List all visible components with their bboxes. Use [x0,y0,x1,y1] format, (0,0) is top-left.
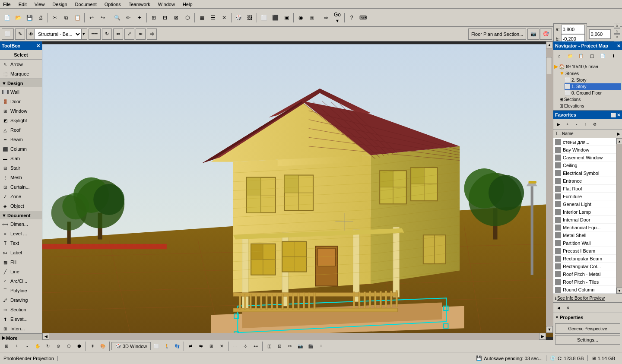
nav2-btn[interactable]: ◎ [307,13,317,23]
fav-scrollbar[interactable]: ▲ ▼ [616,138,622,294]
bt-photo-btn[interactable]: 📷 [295,342,305,351]
settings-button[interactable]: Settings... [555,335,620,345]
tool-marquee[interactable]: ⬚ Marquee [0,69,42,79]
bt-snap-btn[interactable]: ⋯ [230,342,240,351]
nav-layouts-btn[interactable]: 📄 [597,51,608,61]
more-section[interactable]: ▶ More [0,333,42,340]
elevations-item[interactable]: ⊞ Elevations [559,103,621,109]
tool-skylight[interactable]: ◩ Skylight [0,116,42,125]
tool-section[interactable]: ⊸ Section [0,305,42,314]
view3-btn[interactable]: ✕ [219,13,229,23]
print-btn[interactable]: 🖨 [35,13,46,23]
bt-arr-btn[interactable]: ⊞ [206,342,216,351]
menu-view[interactable]: View [33,2,46,7]
cut-btn[interactable]: ✂ [50,13,60,23]
fav-update-btn[interactable]: ↑ [581,120,590,129]
nav-close-icon[interactable]: ✕ [617,44,620,48]
c-input[interactable] [589,29,611,39]
props-back-btn[interactable]: ◀ [554,304,563,312]
bt-perspective-btn[interactable]: ⬡ [64,342,73,351]
menu-window[interactable]: Window [157,2,176,7]
fav-item-19[interactable]: Round Column [553,286,616,294]
bt-sun-btn[interactable]: ☀ [88,342,97,351]
tool-curtain[interactable]: ⊡ Curtain... [0,182,42,192]
magic-btn[interactable]: ✦ [134,13,145,23]
viewport-scrollbar-v[interactable]: ▲ ▼ [546,41,553,333]
tool-text[interactable]: T Text [0,238,42,248]
scroll-down-btn[interactable]: ▼ [546,326,553,333]
bt-orbit-btn[interactable]: ⊙ [54,342,63,351]
tool-elevation[interactable]: ⬆ Elevat... [0,314,42,324]
align-btn[interactable]: ⊟ [160,13,170,23]
bt-pan-btn[interactable]: ✋ [33,342,42,351]
render-btn[interactable]: 🖼 [244,13,255,23]
menu-design[interactable]: Design [51,2,68,7]
menu-options[interactable]: Options [103,2,122,7]
calc-btn[interactable]: ⌨ [358,13,368,23]
fav-item-7[interactable]: Furniture [553,193,616,200]
sections-item[interactable]: ⊞ Sections [559,96,621,103]
tool-mesh[interactable]: ⋮ Mesh [0,173,42,182]
story-2-item[interactable]: ⬜ 2. Story [565,77,621,83]
scroll-right-btn[interactable]: ▶ [539,333,546,340]
group-btn[interactable]: ⬡ [182,13,193,23]
nav-back-btn[interactable]: ⌂ [614,28,620,34]
rotate-btn[interactable]: ↻ [102,28,112,40]
document-section[interactable]: ▼ Document [0,211,42,219]
bt-add-btn[interactable]: + [316,342,326,351]
fav-item-18[interactable]: Roof Pitch - Tiles [553,278,616,286]
tool-beam[interactable]: ━ Beam [0,135,42,144]
fav-item-15[interactable]: Rectangular Beam [553,255,616,263]
tool-fill[interactable]: ▩ Fill [0,257,42,267]
tool-zone[interactable]: Z Zone [0,192,42,201]
go-btn[interactable]: Go ▾ [332,13,343,23]
move-btn[interactable]: ⇉ [147,28,157,40]
flip-btn[interactable]: ⇔ [113,28,123,40]
menu-edit[interactable]: Edit [17,2,28,7]
fav-close-icon[interactable]: ✕ [617,113,620,117]
fav-item-5[interactable]: Entrance [553,177,616,185]
bt-section2-btn[interactable]: ⊡ [275,342,284,351]
nav-publish-btn[interactable]: ⬆ [608,51,619,61]
floor-plan-section-btn[interactable]: Floor Plan and Section... [468,28,526,40]
bt-del-btn[interactable]: ✕ [217,342,226,351]
story-1-item[interactable]: ⬜ 1. Story [565,83,621,90]
fav-scroll-down-btn[interactable]: ▼ [616,288,622,294]
menu-teamwork[interactable]: Teamwork [127,2,152,7]
distribute-btn[interactable]: ⊠ [171,13,181,23]
fav-item-1[interactable]: Bay Window [553,146,616,154]
nav-home-btn[interactable]: ⌂ [614,23,620,28]
view1-btn[interactable]: ▦ [197,13,207,23]
fav-new-btn[interactable]: + [563,120,572,129]
tool-polyline[interactable]: ⌒ Polyline [0,286,42,295]
tool-dimension[interactable]: ⟺ Dimen... [0,219,42,229]
dropdown-arrow[interactable]: ▾ [83,31,85,37]
3d-window-btn[interactable]: 🎲 3D Window [111,342,151,350]
copy-btn[interactable]: ⧉ [61,13,71,23]
nav-map-btn[interactable]: 📋 [576,51,586,61]
bt-mirror-btn[interactable]: ⇋ [196,342,206,351]
walk-btn[interactable]: ⇨ [321,13,331,23]
bt-move2-btn[interactable]: ⇄ [186,342,195,351]
fav-item-10[interactable]: Internal Door [553,216,616,224]
tool-arrow[interactable]: ↖ Arrow [0,60,42,69]
line-type-btn[interactable]: ━━ [89,28,101,40]
scroll-up-btn[interactable]: ▲ [546,41,553,48]
fav-delete-btn[interactable]: - [572,120,581,129]
undo-btn[interactable]: ↩ [86,13,97,23]
fav-item-12[interactable]: Metal Shell [553,231,616,239]
tool-label[interactable]: 🏷 Label [0,248,42,257]
tool-slab[interactable]: ▬ Slab [0,154,42,163]
bt-walk-btn[interactable]: 🚶 [162,342,171,351]
bt-clip-btn[interactable]: ✂ [285,342,295,351]
fav-item-3[interactable]: Ceiling [553,161,616,169]
transform-btn[interactable]: ⊞ [149,13,159,23]
fav-item-0[interactable]: стены для... [553,138,616,146]
bt-grid-btn[interactable]: ⊹ [241,342,250,351]
stories-item[interactable]: ▼ Stories [559,70,621,77]
bt-zoom-out-btn[interactable]: - [22,342,32,351]
fav-col-scroll-btn[interactable]: ▶ [617,132,620,136]
toolbox-close[interactable]: ✕ [36,43,40,49]
tool-door[interactable]: 🚪 Door [0,97,42,106]
save-btn[interactable]: 💾 [24,13,35,23]
